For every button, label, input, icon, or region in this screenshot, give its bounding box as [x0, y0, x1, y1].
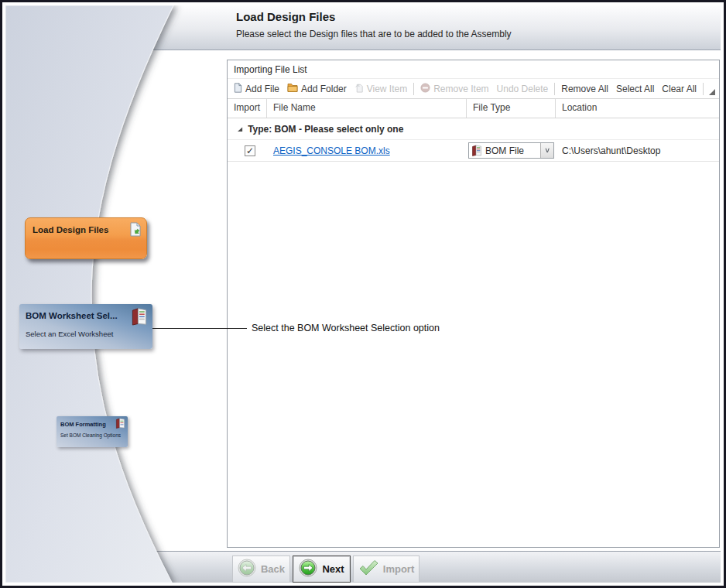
- bom-book-icon: [131, 307, 148, 329]
- wizard-step-subtitle: Select an Excel Worksheet: [26, 330, 113, 338]
- table-header-row: Import File Name File Type Location: [228, 99, 719, 118]
- wizard-step-title: BOM Worksheet Sel...: [26, 311, 118, 320]
- select-all-label: Select All: [616, 84, 654, 94]
- table-row: ✓ AEGIS_CONSOLE BOM.xls BOM File ∨: [228, 140, 719, 162]
- wizard-step-title: Load Design Files: [33, 225, 108, 234]
- remove-item-button[interactable]: Remove Item: [416, 83, 492, 95]
- wizard-step-bom-formatting[interactable]: BOM Formatting Set BOM Cleaning Options: [57, 416, 128, 447]
- clear-all-button[interactable]: Clear All: [658, 84, 700, 94]
- window-content: Load Design Files Please select the Desi…: [5, 5, 721, 583]
- checkmark-icon: [358, 559, 378, 579]
- annotation-text: Select the BOM Worksheet Selection optio…: [252, 323, 440, 333]
- group-row-bom[interactable]: ◢ Type: BOM - Please select only one: [228, 118, 719, 140]
- column-header-file-name[interactable]: File Name: [267, 99, 467, 118]
- bom-book-icon: [471, 145, 482, 156]
- view-item-icon: [354, 83, 364, 95]
- file-location: C:\Users\ahunt\Desktop: [556, 140, 719, 161]
- wizard-step-load-design-files[interactable]: Load Design Files: [25, 217, 147, 259]
- file-type-combobox[interactable]: BOM File ∨: [468, 142, 554, 159]
- add-folder-label: Add Folder: [301, 84, 347, 94]
- file-name-cell: AEGIS_CONSOLE BOM.xls: [267, 140, 467, 161]
- checkmark-icon: ✓: [246, 147, 254, 155]
- column-header-import[interactable]: Import: [228, 99, 267, 118]
- wizard-step-title: BOM Formatting: [60, 421, 106, 428]
- view-item-button[interactable]: View Item: [351, 83, 411, 95]
- import-button[interactable]: Import: [353, 556, 420, 583]
- toolbar-separator: [703, 83, 704, 95]
- add-file-button[interactable]: Add File: [230, 83, 283, 95]
- undo-delete-label: Undo Delete: [497, 84, 549, 94]
- import-label: Import: [383, 563, 414, 575]
- toolbar: Add File Add Folder View Item: [228, 78, 719, 99]
- select-all-button[interactable]: Select All: [612, 84, 658, 94]
- toolbar-overflow-grip[interactable]: [709, 89, 715, 95]
- group-expander-icon[interactable]: ◢: [238, 125, 242, 132]
- add-folder-button[interactable]: Add Folder: [283, 83, 351, 94]
- next-button[interactable]: Next: [293, 556, 351, 583]
- group-label: Type: BOM - Please select only one: [248, 124, 403, 135]
- importing-file-list-panel: Importing File List Add File Add Folder: [227, 60, 720, 548]
- add-folder-icon: [287, 83, 298, 94]
- remove-item-icon: [420, 83, 430, 95]
- remove-item-label: Remove Item: [433, 84, 488, 94]
- add-file-icon: [234, 83, 242, 95]
- view-item-label: View Item: [367, 84, 407, 94]
- file-type-cell: BOM File ∨: [467, 140, 556, 161]
- import-cell: ✓: [228, 140, 267, 161]
- remove-all-label: Remove All: [561, 84, 608, 94]
- toolbar-separator: [413, 83, 414, 95]
- column-header-location[interactable]: Location: [556, 99, 719, 118]
- file-type-value: BOM File: [485, 145, 540, 156]
- toolbar-separator: [554, 83, 555, 95]
- wizard-step-bom-worksheet-selection[interactable]: BOM Worksheet Sel... Select an Excel Wor…: [19, 304, 152, 349]
- column-header-file-type[interactable]: File Type: [467, 99, 556, 118]
- import-checkbox[interactable]: ✓: [245, 145, 255, 156]
- chevron-down-icon: ∨: [544, 147, 550, 154]
- undo-delete-button[interactable]: Undo Delete: [493, 84, 553, 94]
- clear-all-label: Clear All: [662, 84, 697, 94]
- annotation-callout-line: [152, 328, 247, 329]
- load-files-icon: [128, 222, 141, 241]
- combo-dropdown-button[interactable]: ∨: [540, 143, 553, 158]
- next-label: Next: [322, 563, 344, 575]
- add-file-label: Add File: [245, 84, 279, 94]
- arrow-right-circle-icon: [299, 559, 317, 579]
- file-name-link[interactable]: AEGIS_CONSOLE BOM.xls: [273, 145, 390, 156]
- bom-book-icon: [115, 418, 125, 432]
- wizard-step-subtitle: Set BOM Cleaning Options: [60, 432, 121, 438]
- remove-all-button[interactable]: Remove All: [557, 84, 612, 94]
- back-label: Back: [261, 563, 285, 575]
- back-button[interactable]: Back: [232, 556, 290, 583]
- arrow-left-circle-icon: [238, 559, 256, 579]
- wizard-window: Load Design Files Please select the Desi…: [0, 0, 726, 588]
- panel-title: Importing File List: [228, 60, 719, 78]
